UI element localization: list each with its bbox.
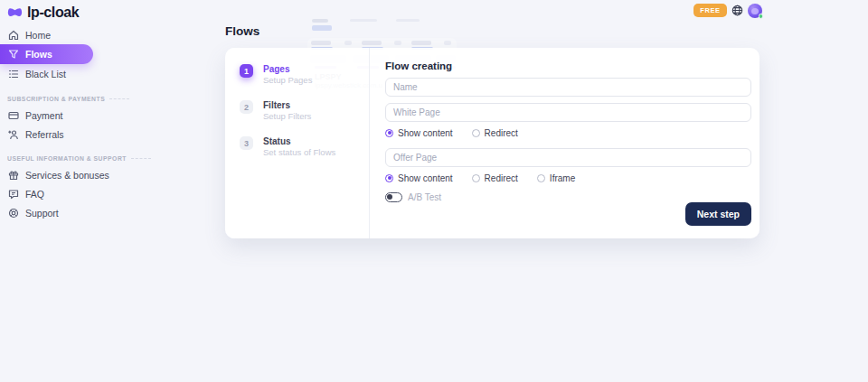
- topbar: FREE: [693, 3, 762, 18]
- skeleton-box: [394, 41, 401, 45]
- wizard-steps: 1 Pages Setup Pages 2 Filters Setup Filt…: [225, 48, 370, 238]
- radio-label: Redirect: [485, 173, 518, 183]
- step-number-badge: 2: [240, 100, 253, 114]
- ab-test-row: A/B Test: [385, 192, 751, 202]
- sidebar-item-payment[interactable]: Payment: [0, 106, 211, 125]
- step-status[interactable]: 3 Status Set status of Flows: [240, 136, 369, 157]
- step-pages[interactable]: 1 Pages Setup Pages: [240, 64, 369, 85]
- referrals-icon: [7, 129, 19, 140]
- step-title: Filters: [263, 100, 311, 110]
- sidebar-item-label: Home: [25, 30, 51, 41]
- sidebar-item-black-list[interactable]: Black List: [0, 64, 211, 83]
- offer-page-show-content-radio[interactable]: [385, 174, 393, 182]
- radio-label: Show content: [398, 128, 453, 138]
- mask-icon: [7, 7, 23, 18]
- next-step-button[interactable]: Next step: [685, 202, 751, 226]
- ab-test-label: A/B Test: [408, 192, 441, 202]
- flow-creating-modal: 1 Pages Setup Pages 2 Filters Setup Filt…: [225, 48, 760, 238]
- radio-label: Redirect: [485, 128, 518, 138]
- faq-icon: [7, 189, 19, 200]
- offer-page-mode-radios: Show content Redirect Iframe: [385, 172, 751, 183]
- user-avatar[interactable]: [748, 4, 762, 18]
- payment-icon: [7, 110, 19, 121]
- sidebar-item-label: Support: [25, 208, 59, 219]
- step-filters[interactable]: 2 Filters Setup Filters: [240, 100, 369, 121]
- globe-icon[interactable]: [731, 5, 743, 16]
- white-page-show-content-radio[interactable]: [385, 129, 393, 137]
- sidebar-item-home[interactable]: Home: [0, 25, 211, 44]
- ab-test-toggle[interactable]: [385, 192, 402, 202]
- avatar-illustration: [751, 8, 759, 14]
- flow-creating-form: Flow creating Show content Redirect Show…: [370, 48, 760, 238]
- white-page-redirect-radio[interactable]: [472, 129, 480, 137]
- radio-label: Show content: [398, 173, 453, 183]
- free-plan-badge[interactable]: FREE: [693, 4, 727, 17]
- sidebar-item-referrals[interactable]: Referrals: [0, 125, 211, 144]
- skeleton-box: [350, 19, 377, 22]
- sidebar-item-flows[interactable]: Flows: [0, 44, 93, 64]
- sidebar-item-label: Payment: [25, 110, 62, 121]
- sidebar-item-faq[interactable]: FAQ: [0, 184, 211, 203]
- blacklist-icon: [7, 69, 19, 79]
- sidebar: lp-cloak Home Flows: [0, 0, 211, 382]
- skeleton-box: [312, 19, 328, 23]
- radio-label: Iframe: [550, 173, 575, 183]
- offer-page-input[interactable]: [385, 148, 751, 167]
- skeleton-box: [312, 25, 332, 31]
- white-page-input[interactable]: [385, 103, 751, 122]
- step-subtitle: Setup Filters: [263, 111, 311, 121]
- step-subtitle: Setup Pages: [263, 75, 312, 85]
- skeleton-box: [344, 41, 352, 45]
- white-page-mode-radios: Show content Redirect: [385, 127, 751, 138]
- step-number-badge: 3: [240, 136, 253, 150]
- step-title: Status: [263, 136, 335, 146]
- skeleton-box: [444, 41, 451, 45]
- sidebar-item-label: Services & bonuses: [25, 170, 109, 181]
- sidebar-section-support: Useful information & support: [0, 154, 211, 162]
- name-input[interactable]: [385, 78, 751, 97]
- step-title: Pages: [263, 64, 312, 74]
- skeleton-box: [362, 41, 382, 45]
- sidebar-section-subscription: Subscription & payments: [0, 95, 211, 102]
- sidebar-item-support[interactable]: Support: [0, 203, 211, 222]
- step-number-badge: 1: [240, 64, 253, 78]
- sidebar-item-label: Flows: [25, 49, 52, 60]
- skeleton-box: [396, 19, 420, 22]
- skeleton-box: [411, 41, 431, 45]
- support-icon: [7, 208, 19, 219]
- brand-name: lp-cloak: [27, 5, 79, 21]
- form-title: Flow creating: [385, 61, 751, 71]
- services-icon: [7, 170, 19, 181]
- offer-page-iframe-radio[interactable]: [537, 174, 545, 182]
- sidebar-item-label: Referrals: [25, 129, 64, 140]
- sidebar-item-label: FAQ: [25, 189, 44, 200]
- brand-logo[interactable]: lp-cloak: [0, 0, 211, 22]
- skeleton-box: [311, 41, 331, 45]
- offer-page-redirect-radio[interactable]: [472, 174, 480, 182]
- toggle-knob: [387, 194, 392, 200]
- home-icon: [7, 30, 19, 41]
- online-status-dot: [759, 14, 764, 19]
- step-subtitle: Set status of Flows: [263, 147, 335, 157]
- sidebar-item-services[interactable]: Services & bonuses: [0, 165, 211, 184]
- sidebar-item-label: Black List: [25, 69, 66, 79]
- flows-icon: [7, 49, 19, 60]
- page-title: Flows: [225, 24, 259, 38]
